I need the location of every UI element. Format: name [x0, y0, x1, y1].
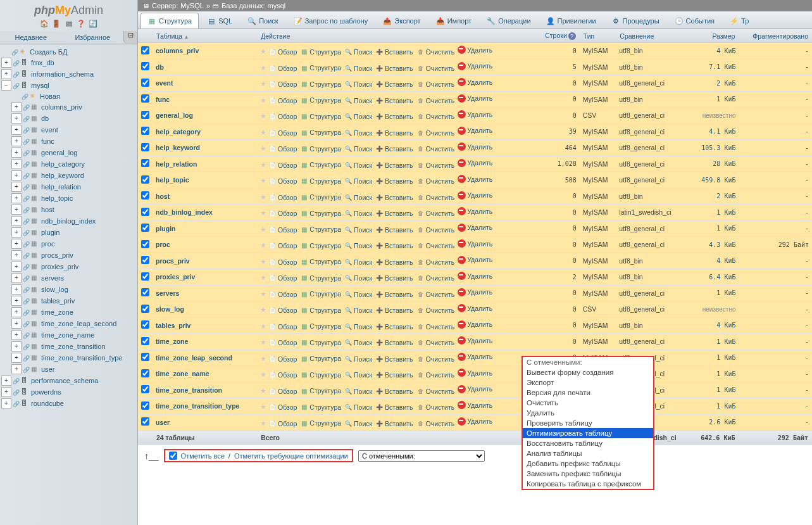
- row-checkbox[interactable]: [141, 320, 149, 329]
- check-all-checkbox[interactable]: [169, 452, 177, 460]
- table-name-link[interactable]: help_category: [156, 128, 201, 136]
- link-icon[interactable]: [23, 229, 30, 236]
- drop-action[interactable]: Удалить: [458, 320, 492, 329]
- tree-item-servers[interactable]: +servers: [1, 272, 136, 284]
- structure-action[interactable]: Структура: [300, 387, 341, 395]
- tree-label[interactable]: func: [41, 137, 54, 145]
- expander-icon[interactable]: +: [11, 182, 22, 192]
- empty-action[interactable]: Очистить: [416, 339, 455, 347]
- table-name-link[interactable]: general_log: [156, 111, 193, 119]
- search-action[interactable]: Поиск: [344, 403, 372, 412]
- tree-item-ndb_binlog_index[interactable]: +ndb_binlog_index: [1, 215, 136, 227]
- search-action[interactable]: Поиск: [344, 419, 372, 427]
- star-icon[interactable]: ★: [260, 112, 266, 120]
- exit-icon[interactable]: [52, 20, 61, 28]
- link-icon[interactable]: [23, 343, 30, 350]
- expander-icon[interactable]: +: [11, 227, 22, 237]
- table-name-link[interactable]: help_relation: [156, 160, 197, 168]
- browse-action[interactable]: Обзор: [268, 258, 297, 266]
- expander-icon[interactable]: +: [11, 159, 22, 169]
- link-icon[interactable]: [13, 400, 20, 407]
- expander-icon[interactable]: +: [1, 376, 11, 386]
- tree-label[interactable]: information_schema: [31, 70, 94, 78]
- search-action[interactable]: Поиск: [344, 145, 372, 153]
- row-checkbox[interactable]: [141, 272, 149, 281]
- tree-label[interactable]: time_zone_leap_second: [41, 320, 116, 327]
- table-name-link[interactable]: user: [156, 419, 170, 426]
- tree-item-help_category[interactable]: +help_category: [1, 158, 136, 170]
- link-icon[interactable]: [23, 365, 30, 373]
- tree-item-time_zone_transition_type[interactable]: +time_zone_transition_type: [1, 352, 136, 364]
- link-icon[interactable]: [23, 206, 30, 213]
- tree-item-mysql[interactable]: −mysql: [1, 80, 136, 91]
- insert-action[interactable]: Вставить: [375, 161, 413, 169]
- expander-icon[interactable]: +: [11, 319, 22, 329]
- table-name-link[interactable]: proc: [156, 241, 170, 248]
- tree-label[interactable]: time_zone: [41, 308, 73, 316]
- empty-action[interactable]: Очистить: [416, 48, 455, 56]
- link-icon[interactable]: [23, 263, 30, 270]
- row-checkbox[interactable]: [141, 353, 149, 361]
- expander-icon[interactable]: +: [1, 387, 11, 397]
- star-icon[interactable]: ★: [260, 225, 266, 233]
- tree-label[interactable]: help_relation: [41, 183, 81, 191]
- col-size[interactable]: Размер: [690, 29, 739, 43]
- star-icon[interactable]: ★: [260, 258, 266, 265]
- star-icon[interactable]: ★: [260, 387, 266, 395]
- star-icon[interactable]: ★: [260, 144, 266, 152]
- browse-action[interactable]: Обзор: [268, 193, 297, 201]
- structure-action[interactable]: Структура: [300, 241, 341, 250]
- empty-action[interactable]: Очистить: [416, 242, 455, 250]
- check-all-link[interactable]: Отметить все: [181, 452, 225, 460]
- empty-action[interactable]: Очистить: [416, 96, 455, 104]
- search-action[interactable]: Поиск: [344, 355, 372, 363]
- empty-action[interactable]: Очистить: [416, 177, 455, 186]
- tree-item-roundcube[interactable]: +roundcube: [1, 398, 136, 409]
- rows-help-icon[interactable]: [567, 32, 576, 39]
- drop-action[interactable]: Удалить: [458, 46, 492, 54]
- tab-events[interactable]: События: [668, 13, 721, 28]
- browse-action[interactable]: Обзор: [268, 307, 297, 315]
- row-checkbox[interactable]: [141, 256, 149, 264]
- link-icon[interactable]: [23, 126, 30, 134]
- drop-action[interactable]: Удалить: [458, 288, 492, 296]
- table-name-link[interactable]: columns_priv: [156, 47, 199, 54]
- star-icon[interactable]: ★: [260, 241, 266, 249]
- server-link[interactable]: MySQL: [180, 2, 204, 9]
- drop-action[interactable]: Удалить: [458, 369, 492, 377]
- tree-item-columns_priv[interactable]: +columns_priv: [1, 101, 136, 113]
- search-action[interactable]: Поиск: [344, 113, 372, 121]
- link-icon[interactable]: [23, 274, 30, 282]
- link-icon[interactable]: [11, 48, 18, 56]
- table-name-link[interactable]: time_zone_name: [156, 370, 209, 377]
- search-action[interactable]: Поиск: [344, 322, 372, 331]
- tree-label[interactable]: db: [41, 115, 49, 122]
- tree-label[interactable]: frnx_db: [31, 59, 54, 66]
- link-icon[interactable]: [13, 59, 20, 66]
- dropdown-option[interactable]: Восстановить таблицу: [523, 438, 653, 448]
- table-name-link[interactable]: event: [156, 79, 173, 87]
- link-icon[interactable]: [23, 331, 30, 339]
- expander-icon[interactable]: +: [11, 125, 22, 135]
- empty-action[interactable]: Очистить: [416, 419, 455, 427]
- drop-action[interactable]: Удалить: [458, 62, 492, 70]
- star-icon[interactable]: ★: [260, 355, 266, 362]
- row-checkbox[interactable]: [141, 208, 149, 216]
- tab-recent[interactable]: Недавнее: [0, 31, 62, 44]
- tree-label[interactable]: help_keyword: [41, 172, 84, 179]
- drop-action[interactable]: Удалить: [458, 336, 492, 345]
- empty-action[interactable]: Очистить: [416, 129, 455, 137]
- db-link[interactable]: mysql: [268, 2, 286, 9]
- expander-icon[interactable]: +: [11, 136, 22, 146]
- tree-label[interactable]: mysql: [31, 82, 49, 89]
- row-checkbox[interactable]: [141, 337, 149, 345]
- tree-label[interactable]: roundcube: [31, 400, 64, 407]
- link-icon[interactable]: [23, 320, 30, 327]
- tab-proc[interactable]: Процедуры: [604, 13, 666, 28]
- structure-action[interactable]: Структура: [300, 370, 341, 379]
- tree-item-tables_priv[interactable]: +tables_priv: [1, 295, 136, 307]
- table-name-link[interactable]: time_zone_leap_second: [156, 354, 232, 362]
- search-action[interactable]: Поиск: [344, 290, 372, 298]
- expander-icon[interactable]: +: [11, 307, 22, 317]
- insert-action[interactable]: Вставить: [375, 210, 413, 218]
